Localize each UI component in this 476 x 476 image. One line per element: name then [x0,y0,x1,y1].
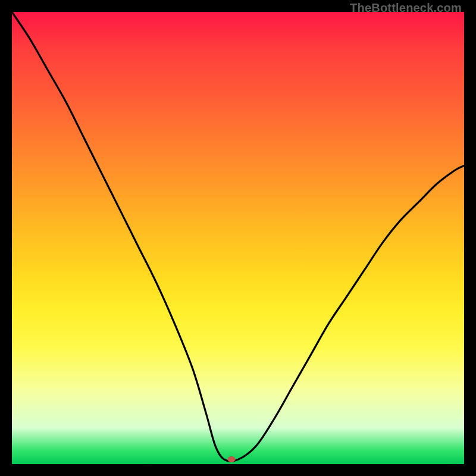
bottleneck-curve [12,12,464,464]
minimum-marker [227,456,235,462]
chart-frame: TheBottleneck.com [0,0,476,476]
plot-area [12,12,464,464]
